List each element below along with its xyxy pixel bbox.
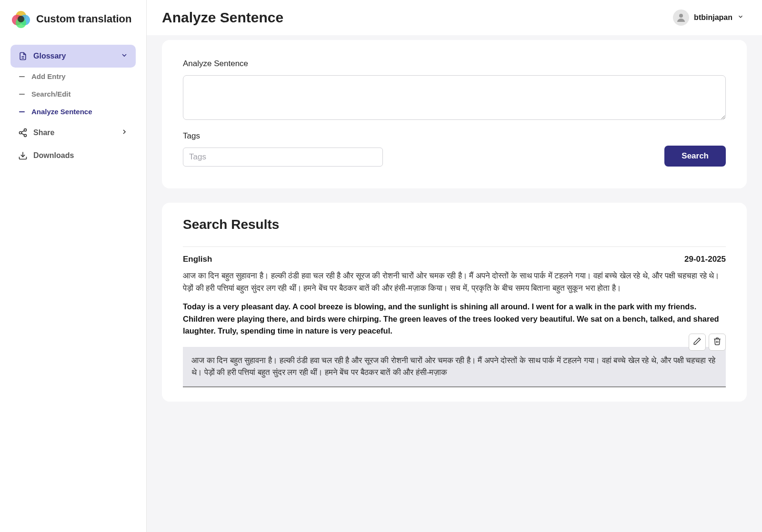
nav-glossary[interactable]: Glossary: [10, 45, 136, 68]
pencil-icon: [693, 337, 702, 347]
divider: [183, 246, 726, 247]
analyze-form-card: Analyze Sentence Tags Search: [162, 40, 747, 188]
nav-downloads-label: Downloads: [33, 151, 74, 160]
dash-icon: [19, 94, 25, 95]
result-date: 29-01-2025: [684, 255, 726, 264]
results-card: Search Results English 29-01-2025 आज का …: [162, 203, 747, 402]
result-highlight-box: आज का दिन बहुत सुहावना है। हल्की ठंडी हव…: [183, 347, 726, 387]
chevron-down-icon: [120, 51, 128, 61]
download-icon: [18, 151, 28, 160]
dash-icon: [19, 111, 25, 112]
nav-downloads[interactable]: Downloads: [10, 144, 136, 167]
topbar: Analyze Sentence btbinjapan: [147, 0, 762, 35]
page-title: Analyze Sentence: [162, 10, 283, 26]
nav-glossary-label: Glossary: [33, 52, 66, 60]
svg-point-9: [24, 134, 27, 137]
chevron-right-icon: [120, 128, 128, 138]
tags-input[interactable]: [183, 148, 383, 167]
trash-icon: [713, 337, 722, 347]
document-icon: [18, 51, 28, 61]
svg-point-4: [18, 16, 24, 22]
username: btbinjapan: [694, 13, 732, 22]
results-title: Search Results: [183, 217, 726, 232]
avatar: [673, 10, 689, 26]
share-icon: [18, 128, 28, 138]
subnav-label: Search/Edit: [31, 90, 71, 98]
nav-share-label: Share: [33, 128, 54, 137]
dash-icon: [19, 76, 25, 77]
result-translation-wrapper: Today is a very pleasant day. A cool bre…: [183, 301, 726, 337]
result-source-text: आज का दिन बहुत सुहावना है। हल्की ठंडी हव…: [183, 270, 726, 294]
app-logo-icon: [10, 9, 31, 30]
svg-point-7: [24, 129, 27, 131]
svg-point-8: [20, 132, 22, 134]
svg-line-11: [21, 133, 24, 135]
main-content: Analyze Sentence btbinjapan Analyze Sent…: [147, 0, 762, 532]
user-menu[interactable]: btbinjapan: [673, 10, 744, 26]
app-name: Custom translation: [36, 13, 131, 25]
analyze-label: Analyze Sentence: [183, 59, 726, 69]
result-translation-text: Today is a very pleasant day. A cool bre…: [183, 302, 719, 335]
edit-button[interactable]: [689, 334, 706, 351]
logo[interactable]: Custom translation: [10, 9, 136, 30]
subnav-label: Add Entry: [31, 72, 66, 80]
subnav-search-edit[interactable]: Search/Edit: [10, 85, 136, 103]
subnav-label: Analyze Sentence: [31, 108, 92, 116]
delete-button[interactable]: [709, 334, 726, 351]
svg-line-10: [21, 130, 24, 132]
tags-label: Tags: [183, 131, 383, 141]
result-language: English: [183, 255, 212, 264]
subnav-analyze-sentence[interactable]: Analyze Sentence: [10, 103, 136, 120]
sidebar: Custom translation Glossary Add E: [0, 0, 147, 532]
nav-share[interactable]: Share: [10, 121, 136, 144]
search-button[interactable]: Search: [664, 146, 726, 167]
analyze-input[interactable]: [183, 75, 726, 120]
result-header: English 29-01-2025: [183, 255, 726, 264]
svg-point-13: [679, 14, 683, 18]
chevron-down-icon: [737, 13, 744, 22]
subnav-add-entry[interactable]: Add Entry: [10, 68, 136, 85]
